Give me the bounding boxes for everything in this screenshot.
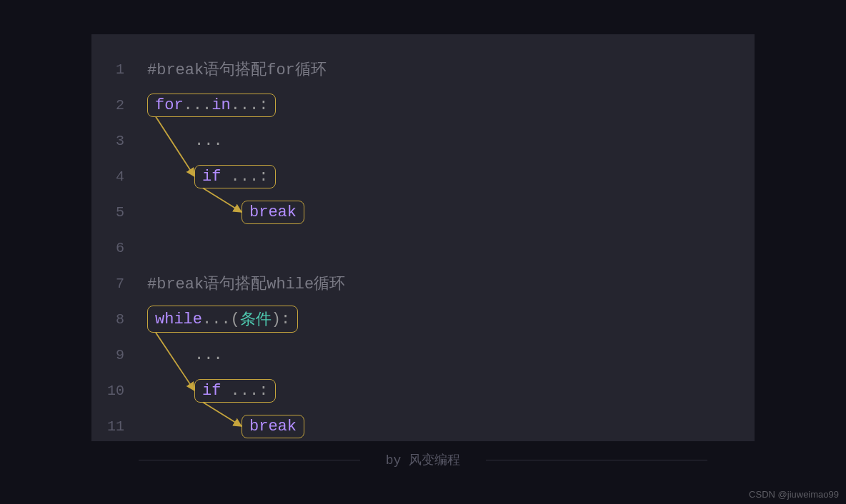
code-line: 7#break语句搭配while循环 xyxy=(91,266,755,301)
line-number: 11 xyxy=(91,418,147,435)
watermark: CSDN @jiuweimao99 xyxy=(749,489,839,500)
line-number: 7 xyxy=(91,276,147,292)
highlight-box: break xyxy=(242,415,304,438)
footer-rule-right xyxy=(486,460,707,460)
line-content: if ...: xyxy=(147,165,276,188)
code-line: 8while...(条件): xyxy=(91,301,755,337)
line-number: 1 xyxy=(91,61,147,78)
highlight-box: if ...: xyxy=(194,379,276,403)
code-area: 1#break语句搭配for循环2for...in...:3...4if ...… xyxy=(91,51,755,444)
line-content: break xyxy=(147,201,304,224)
token: ...( xyxy=(202,311,240,328)
line-number: 2 xyxy=(91,97,147,114)
code-line: 1#break语句搭配for循环 xyxy=(91,51,755,87)
line-number: 9 xyxy=(91,347,147,363)
line-content: ... xyxy=(147,346,223,364)
line-content: ... xyxy=(147,132,223,150)
token: if xyxy=(202,382,221,400)
token: ...: xyxy=(221,168,268,186)
code-line: 10if ...: xyxy=(91,373,755,408)
code-line: 5break xyxy=(91,194,755,230)
line-number: 10 xyxy=(91,383,147,399)
code-panel: 1#break语句搭配for循环2for...in...:3...4if ...… xyxy=(91,34,755,441)
line-content: while...(条件): xyxy=(147,306,298,333)
line-content: #break语句搭配for循环 xyxy=(147,59,327,80)
line-content: #break语句搭配while循环 xyxy=(147,273,345,294)
token: ...: xyxy=(221,382,268,400)
token: ... xyxy=(184,96,212,114)
code-line: 6 xyxy=(91,230,755,266)
token: while xyxy=(155,311,202,328)
line-content: break xyxy=(147,415,304,438)
footer-text: by 风变编程 xyxy=(386,451,460,468)
token: ...: xyxy=(231,96,269,114)
code-line: 2for...in...: xyxy=(91,87,755,123)
highlight-box: break xyxy=(242,201,304,224)
token: break xyxy=(249,418,297,435)
line-number: 3 xyxy=(91,133,147,149)
comment-text: #break语句搭配while循环 xyxy=(147,273,345,294)
line-content: for...in...: xyxy=(147,94,276,117)
plain-text: ... xyxy=(194,346,223,364)
highlight-box: for...in...: xyxy=(147,94,276,117)
footer: by 风变编程 xyxy=(0,451,846,468)
code-line: 3... xyxy=(91,123,755,158)
line-number: 8 xyxy=(91,311,147,328)
plain-text: ... xyxy=(194,132,223,150)
comment-text: #break语句搭配for循环 xyxy=(147,59,327,80)
code-line: 4if ...: xyxy=(91,158,755,194)
footer-rule-left xyxy=(139,460,360,460)
token: ): xyxy=(272,311,290,328)
token: if xyxy=(202,168,221,186)
line-number: 4 xyxy=(91,168,147,185)
highlight-box: if ...: xyxy=(194,165,276,188)
highlight-box: while...(条件): xyxy=(147,306,298,333)
token: for xyxy=(155,96,184,114)
token: break xyxy=(249,203,297,221)
line-number: 6 xyxy=(91,240,147,256)
line-number: 5 xyxy=(91,204,147,221)
token: 条件 xyxy=(240,308,272,330)
code-line: 11break xyxy=(91,408,755,444)
token: in xyxy=(211,96,230,114)
code-line: 9... xyxy=(91,337,755,373)
line-content: if ...: xyxy=(147,379,276,403)
